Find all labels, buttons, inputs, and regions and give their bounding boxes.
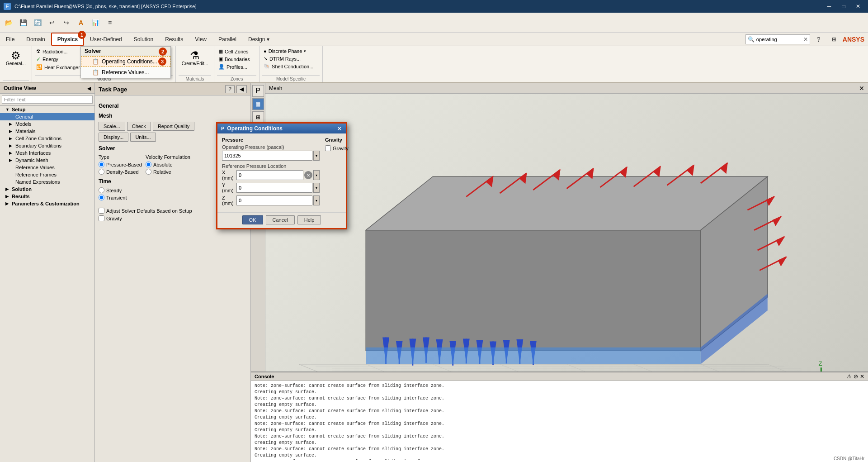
toolbar: 📂 💾 🔄 ↩ ↪ A 📊 ≡ — [0, 13, 868, 33]
solver-section-label: Solver 2 — [81, 47, 170, 56]
side-btn-2[interactable]: ▦ — [252, 98, 264, 110]
relative-radio[interactable]: Relative — [146, 169, 190, 175]
outline-filter-input[interactable] — [2, 95, 93, 104]
tree-mesh-interfaces[interactable]: ▶ Mesh Interfaces — [0, 149, 94, 157]
x-dropdown[interactable]: ▾ — [313, 170, 320, 180]
menu-view[interactable]: View — [189, 33, 212, 46]
side-btn-3[interactable]: ⊞ — [252, 111, 264, 123]
toolbar-save-btn[interactable]: 💾 — [16, 16, 30, 29]
heat-exchanger-item[interactable]: 🔁 Heat Exchanger... — [35, 64, 85, 71]
y-input[interactable] — [236, 183, 312, 193]
op-pressure-field: Operating Pressure (pascal) ▾ — [222, 144, 320, 161]
close-button[interactable]: ✕ — [852, 2, 864, 11]
tree-reference-frames[interactable]: Reference Frames — [0, 171, 94, 178]
tree-boundary-conditions[interactable]: ▶ Boundary Conditions — [0, 142, 94, 149]
search-clear-btn[interactable]: ✕ — [803, 36, 808, 43]
zones-group-title: Zones — [217, 75, 256, 81]
tree-named-expressions[interactable]: Named Expressions — [0, 178, 94, 186]
tree-models[interactable]: ▶ Models — [0, 120, 94, 128]
profiles-item[interactable]: 👤 Profiles... — [217, 63, 251, 70]
viewport-header: Mesh ✕ — [265, 83, 868, 94]
absolute-radio[interactable]: Absolute — [146, 162, 190, 167]
side-btn-1[interactable]: P — [252, 85, 264, 97]
czc-tree-label: Cell Zone Conditions — [15, 136, 61, 141]
energy-item[interactable]: ✓ Energy — [35, 56, 85, 63]
rv-tree-label: Reference Values — [15, 165, 55, 170]
materials-create-btn[interactable]: ⚗ Create/Edit... — [179, 48, 211, 68]
reference-values-item[interactable]: 📋 Reference Values... — [81, 67, 170, 78]
tree-setup[interactable]: ▼ Setup — [0, 106, 94, 113]
maximize-button[interactable]: □ — [837, 2, 850, 11]
menu-file[interactable]: File — [0, 33, 20, 46]
scale-btn[interactable]: Scale... — [99, 122, 125, 131]
menu-design[interactable]: Design ▾ — [242, 33, 275, 46]
tree-params-customization[interactable]: ▶ Parameters & Customization — [0, 200, 94, 207]
solution-expand-icon: ▶ — [5, 187, 10, 191]
operating-conditions-item[interactable]: 📋 Operating Conditions... 3 — [81, 56, 170, 67]
task-help-btn[interactable]: ? — [225, 85, 235, 93]
toolbar-undo-btn[interactable]: ↩ — [45, 16, 59, 29]
console-close-btn[interactable]: ✕ — [860, 373, 864, 380]
tree-materials[interactable]: ▶ Materials — [0, 128, 94, 135]
report-quality-btn[interactable]: Report Quality — [153, 122, 194, 131]
density-based-radio[interactable]: Density-Based — [99, 169, 142, 175]
menu-physics[interactable]: Physics 1 — [51, 33, 84, 46]
menu-parallel[interactable]: Parallel — [212, 33, 242, 46]
units-btn[interactable]: Units... — [130, 133, 156, 142]
tree-general[interactable]: General — [0, 113, 94, 120]
dialog-content: Pressure Operating Pressure (pascal) ▾ R… — [217, 133, 346, 212]
ref-pressure-location-label: Reference Pressure Location — [222, 163, 320, 169]
task-collapse-btn[interactable]: ◀ — [236, 85, 247, 93]
tree-solution[interactable]: ▶ Solution — [0, 186, 94, 193]
viewport-close-btn[interactable]: ✕ — [859, 85, 864, 92]
dialog-close-btn[interactable]: ✕ — [337, 125, 342, 132]
pressure-based-radio[interactable]: Pressure-Based — [99, 162, 142, 167]
z-dropdown[interactable]: ▾ — [313, 195, 320, 205]
ok-btn[interactable]: OK — [242, 215, 263, 224]
check-btn[interactable]: Check — [127, 122, 151, 131]
menu-user-defined[interactable]: User-Defined — [84, 33, 128, 46]
models-expand-icon: ▶ — [9, 122, 14, 126]
op-pressure-input[interactable] — [222, 151, 312, 161]
toolbar-A-btn[interactable]: A — [74, 16, 88, 29]
toolbar-chart-btn[interactable]: 📊 — [89, 16, 102, 29]
help-btn[interactable]: ? — [812, 33, 826, 46]
tree-results[interactable]: ▶ Results — [0, 193, 94, 200]
cell-zones-item[interactable]: ▦ Cell Zones — [217, 48, 251, 55]
console-warning-btn[interactable]: ⚠ — [847, 373, 852, 380]
toolbar-menu-btn[interactable]: ≡ — [103, 16, 117, 29]
radiation-item[interactable]: ☢ Radiation... — [35, 48, 85, 55]
y-dropdown[interactable]: ▾ — [313, 183, 320, 193]
gravity-checkbox-input[interactable] — [325, 145, 331, 151]
toolbar-open-btn[interactable]: 📂 — [2, 16, 15, 29]
dialog-title: Operating Conditions — [227, 125, 283, 132]
general-ribbon-btn[interactable]: ⚙ General... — [3, 48, 29, 68]
help-dialog-btn[interactable]: Help — [297, 215, 321, 224]
shell-conduction-item[interactable]: 🐚 Shell Conduction... — [262, 63, 315, 70]
op-pressure-dropdown[interactable]: ▾ — [313, 151, 320, 161]
search-input[interactable] — [756, 37, 802, 42]
dtrm-rays-icon: ↘ — [264, 56, 268, 62]
x-clear-btn[interactable]: ✕ — [304, 171, 312, 179]
menu-solution[interactable]: Solution — [128, 33, 159, 46]
discrete-phase-ms-item[interactable]: ● Discrete Phase ▾ — [262, 48, 315, 54]
gravity-dialog-checkbox[interactable]: Gravity — [325, 145, 349, 151]
minimize-button[interactable]: ─ — [823, 2, 835, 11]
x-input[interactable] — [236, 170, 303, 180]
toolbar-reload-btn[interactable]: 🔄 — [31, 16, 44, 29]
dtrm-rays-item[interactable]: ↘ DTRM Rays... — [262, 55, 315, 62]
boundaries-item[interactable]: ▣ Boundaries — [217, 56, 251, 62]
z-input[interactable] — [236, 195, 312, 205]
tree-cell-zone-conditions[interactable]: ▶ Cell Zone Conditions — [0, 135, 94, 142]
display-btn[interactable]: Display... — [99, 133, 128, 142]
general-tree-label: General — [15, 114, 33, 119]
menu-results[interactable]: Results — [159, 33, 189, 46]
layout-btn[interactable]: ⊞ — [827, 33, 841, 46]
tree-reference-values[interactable]: Reference Values — [0, 164, 94, 171]
tree-dynamic-mesh[interactable]: ▶ Dynamic Mesh — [0, 157, 94, 164]
outline-collapse-btn[interactable]: ◀ — [87, 86, 91, 91]
console-error-btn[interactable]: ⊘ — [854, 373, 858, 380]
menu-domain[interactable]: Domain — [20, 33, 51, 46]
cancel-btn[interactable]: Cancel — [266, 215, 295, 224]
toolbar-redo-btn[interactable]: ↪ — [60, 16, 73, 29]
